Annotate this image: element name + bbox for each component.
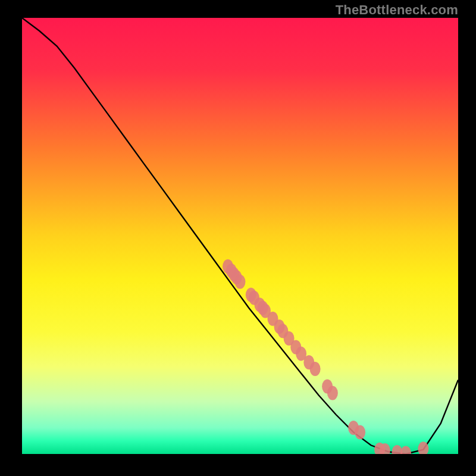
gradient-background [22, 18, 458, 454]
data-point [310, 362, 321, 376]
bottleneck-chart [22, 18, 458, 454]
chart-frame: TheBottleneck.com [0, 0, 476, 476]
data-point [355, 425, 365, 439]
plot-area [22, 18, 458, 454]
data-point [235, 275, 246, 289]
data-point [327, 386, 338, 400]
attribution-label: TheBottleneck.com [336, 2, 458, 18]
